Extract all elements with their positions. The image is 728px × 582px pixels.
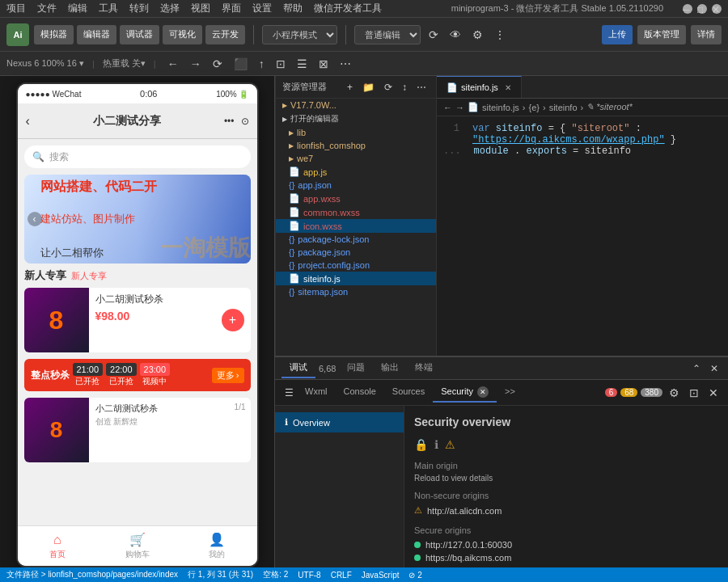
devtools-tab-console[interactable]: Console bbox=[336, 383, 384, 403]
nav-forward-icon[interactable]: → bbox=[187, 54, 205, 74]
security-close-icon[interactable]: ✕ bbox=[477, 386, 489, 398]
inspect-icon[interactable]: ⊠ bbox=[315, 54, 332, 74]
compile-icon[interactable]: ⟳ bbox=[210, 54, 226, 74]
minimize-button[interactable]: ─ bbox=[683, 4, 692, 14]
seckill-time-1[interactable]: 21:00 已开抢 bbox=[73, 363, 104, 387]
file-tree-appjson[interactable]: {} app.json bbox=[276, 179, 436, 192]
mode-select[interactable]: 小程序模式 bbox=[262, 25, 337, 44]
seckill-more-btn[interactable]: 更多 › bbox=[212, 368, 244, 383]
breadcrumb-nav-back[interactable]: ← bbox=[443, 103, 452, 112]
file-tree-appwxss[interactable]: 📄 app.wxss bbox=[276, 192, 436, 205]
bottom-tab-debug[interactable]: 调试 bbox=[281, 358, 315, 378]
device-label[interactable]: Nexus 6 100% 16 ▾ bbox=[6, 58, 84, 69]
menu-item-settings[interactable]: 设置 bbox=[252, 2, 272, 15]
file-tree-siteinfo[interactable]: 📄 siteinfo.js bbox=[276, 272, 436, 285]
menu-item-tools[interactable]: 工具 bbox=[99, 2, 118, 15]
dock-icon[interactable]: ⊡ bbox=[686, 383, 702, 403]
sidebar-item-overview[interactable]: ℹ Overview bbox=[275, 412, 404, 432]
scan-icon[interactable]: ⊡ bbox=[273, 54, 289, 74]
close-panel-icon[interactable]: ✕ bbox=[707, 359, 722, 378]
upload-button[interactable]: 上传 bbox=[602, 25, 633, 44]
secure-item-2[interactable]: https://bq.aikcms.com bbox=[414, 551, 718, 564]
hotreload-label[interactable]: 热重载 关▾ bbox=[103, 57, 146, 70]
file-tree-iconwxss[interactable]: 📄 icon.wxss bbox=[276, 219, 436, 233]
breadcrumb-nav-forward[interactable]: → bbox=[455, 103, 464, 112]
devtools-tab-security[interactable]: Security ✕ bbox=[433, 383, 497, 403]
collapse-panel-icon[interactable]: ⌃ bbox=[689, 359, 704, 378]
editor-button[interactable]: 编辑器 bbox=[77, 25, 116, 44]
more-tree-icon[interactable]: ⋯ bbox=[413, 78, 430, 97]
menu-item-help[interactable]: 帮助 bbox=[283, 2, 303, 15]
tab-close-icon[interactable]: ✕ bbox=[505, 83, 511, 92]
menu-item-goto[interactable]: 转到 bbox=[129, 2, 149, 15]
footer-line-ending[interactable]: CRLF bbox=[331, 571, 352, 580]
file-tree-we7[interactable]: ▶ we7 bbox=[276, 152, 436, 165]
close-button[interactable]: ✕ bbox=[712, 4, 722, 14]
footer-position[interactable]: 行 1, 列 31 (共 31) bbox=[188, 569, 253, 580]
share-icon[interactable]: ↑ bbox=[256, 54, 268, 74]
more-icon-btn[interactable]: ⋮ bbox=[491, 25, 509, 44]
file-tree-lionfish[interactable]: ▶ lionfish_comshop bbox=[276, 139, 436, 152]
secure-item-1[interactable]: http://127.0.0.1:60030 bbox=[414, 538, 718, 551]
stop-icon[interactable]: ⬛ bbox=[231, 54, 251, 74]
bottom-tab-issues[interactable]: 问题 bbox=[339, 358, 373, 377]
menu-item-view[interactable]: 视图 bbox=[191, 2, 210, 15]
dots-icon[interactable]: ••• bbox=[224, 116, 235, 127]
version-button[interactable]: 版本管理 bbox=[637, 25, 686, 44]
menu-item-edit[interactable]: 编辑 bbox=[68, 2, 87, 15]
code-area[interactable]: 1 var siteinfo = { "siteroot" : "https:/… bbox=[437, 116, 728, 356]
file-tree-appjs[interactable]: 📄 app.js bbox=[276, 165, 436, 179]
footer-spaces[interactable]: 空格: 2 bbox=[263, 569, 288, 580]
devtools-tab-sources[interactable]: Sources bbox=[384, 383, 433, 403]
compile-select[interactable]: 普通编辑 bbox=[354, 25, 421, 44]
file-tree-commonwxss[interactable]: 📄 common.wxss bbox=[276, 205, 436, 219]
camera-icon[interactable]: ⊙ bbox=[241, 116, 249, 127]
devtools-nav-icon[interactable]: ☰ bbox=[281, 383, 297, 403]
more2-icon[interactable]: ⋯ bbox=[336, 54, 354, 74]
product-card[interactable]: 8 小二胡测试秒杀 ¥98.00 + bbox=[24, 288, 251, 352]
bottom-tab-output[interactable]: 输出 bbox=[373, 358, 407, 377]
file-tree-projectconfig[interactable]: {} project.config.json bbox=[276, 259, 436, 272]
refresh-tree-icon[interactable]: ⟳ bbox=[381, 78, 396, 97]
menu-item-interface[interactable]: 界面 bbox=[222, 2, 241, 15]
file-tree-packagelock[interactable]: {} package-lock.json bbox=[276, 233, 436, 246]
menu-item-select[interactable]: 选择 bbox=[160, 2, 180, 15]
footer-encoding[interactable]: UTF-8 bbox=[298, 571, 320, 580]
cloud-button[interactable]: 云开发 bbox=[205, 25, 245, 44]
debugger-button[interactable]: 调试器 bbox=[120, 25, 159, 44]
bottom-tab-terminal[interactable]: 终端 bbox=[407, 358, 441, 377]
preview-icon-btn[interactable]: 👁 bbox=[447, 25, 464, 44]
new-file-icon[interactable]: + bbox=[344, 78, 356, 97]
collapse-tree-icon[interactable]: ↕ bbox=[399, 78, 410, 97]
close-devtools-icon[interactable]: ✕ bbox=[705, 383, 722, 403]
seckill-time-2[interactable]: 22:00 已开抢 bbox=[106, 363, 137, 387]
file-tree-packagejson[interactable]: {} package.json bbox=[276, 246, 436, 259]
menu-item-project[interactable]: 项目 bbox=[6, 2, 26, 15]
tab-home[interactable]: ⌂ 首页 bbox=[18, 533, 98, 560]
file-tree-lib[interactable]: ▶ lib bbox=[276, 126, 436, 139]
file-tree-open-editors[interactable]: ▶ 打开的编辑器 bbox=[276, 112, 436, 126]
devtools-tab-more[interactable]: >> bbox=[497, 383, 523, 403]
file-tree-root[interactable]: ▶ V17.7.0W... bbox=[276, 99, 436, 112]
settings-devtools-icon[interactable]: ⚙ bbox=[666, 383, 683, 403]
grid-icon[interactable]: ☰ bbox=[294, 54, 311, 74]
new-folder-icon[interactable]: 📁 bbox=[359, 78, 378, 97]
visible-button[interactable]: 可视化 bbox=[163, 25, 202, 44]
tab-cart[interactable]: 🛒 购物车 bbox=[97, 532, 177, 560]
non-secure-item-1[interactable]: ⚠ http://at.alicdn.com bbox=[414, 504, 718, 517]
menu-item-file[interactable]: 文件 bbox=[37, 2, 57, 15]
search-bar[interactable]: 🔍 搜索 bbox=[24, 146, 251, 168]
detail-button[interactable]: 详情 bbox=[691, 25, 722, 44]
footer-language[interactable]: JavaScript bbox=[362, 571, 400, 580]
editor-tab-siteinfo[interactable]: 📄 siteinfo.js ✕ bbox=[437, 76, 522, 98]
simulator-button[interactable]: 模拟器 bbox=[34, 25, 74, 44]
menu-item-wechat[interactable]: 微信开发者工具 bbox=[314, 2, 382, 15]
add-cart-icon[interactable]: + bbox=[222, 309, 244, 331]
nav-back-icon[interactable]: ← bbox=[164, 54, 182, 74]
tab-profile[interactable]: 👤 我的 bbox=[177, 532, 257, 560]
file-tree-sitemap[interactable]: {} sitemap.json bbox=[276, 285, 436, 298]
maximize-button[interactable]: □ bbox=[697, 4, 707, 14]
devtools-tab-wxml[interactable]: Wxml bbox=[297, 383, 336, 403]
settings-icon-btn[interactable]: ⚙ bbox=[469, 25, 486, 44]
seckill-time-3[interactable]: 23:00 视频中 bbox=[140, 363, 171, 387]
